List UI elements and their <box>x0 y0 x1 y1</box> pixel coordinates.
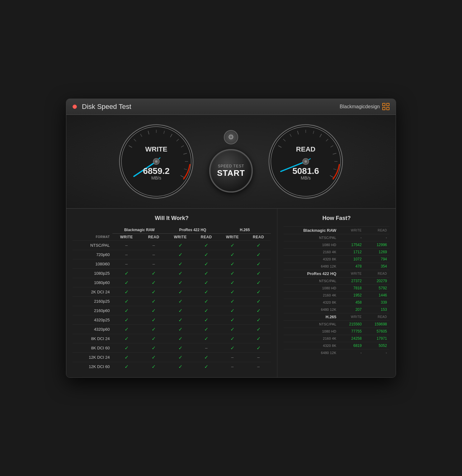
table-row: 2K DCI 24✓✓✓✓✓✓ <box>73 287 271 296</box>
gauges-section: WRITE 6859.2 MB/s ⚙ SPEED TEST START <box>66 115 396 209</box>
hf-write-value: 207 <box>339 306 364 313</box>
window-title: Disk Speed Test <box>82 103 340 111</box>
hf-data-row: 6480 12K207153 <box>284 306 389 313</box>
read-gauge-svg: READ 5081.6 MB/s <box>262 124 349 199</box>
hf-read-value: 20279 <box>364 277 389 284</box>
hf-section-name: H.265 <box>284 313 339 320</box>
row-label: 4320p25 <box>73 315 112 324</box>
row-label: 12K DCI 24 <box>73 352 112 362</box>
hf-row-label: 1080 HD <box>284 241 339 248</box>
hf-data-row: 1080 HD7775557605 <box>284 328 389 335</box>
will-it-work-title: Will It Work? <box>73 215 271 222</box>
cell: ✓ <box>141 324 167 334</box>
cell: ✓ <box>194 324 219 334</box>
brand-sq-3 <box>382 107 385 110</box>
close-button[interactable] <box>73 105 77 109</box>
hf-data-row: 6480 12K-- <box>284 349 389 356</box>
hf-col-read: READ <box>364 226 389 234</box>
hf-section-header: ProRes 422 HQWRITEREAD <box>284 270 389 277</box>
cell: ✓ <box>112 306 141 315</box>
cell: ✓ <box>246 250 271 259</box>
table-row: 1080i60––✓✓✓✓ <box>73 259 271 268</box>
hf-write-value: 1712 <box>339 248 364 255</box>
cell: ✓ <box>167 315 194 324</box>
row-label: NTSC/PAL <box>73 240 112 250</box>
table-row: 1080p25✓✓✓✓✓✓ <box>73 268 271 278</box>
start-label-main: START <box>217 168 245 178</box>
cell: ✓ <box>194 315 219 324</box>
will-it-work-table: Blackmagic RAW ProRes 422 HQ H.265 FORMA… <box>73 226 271 371</box>
prores-header: ProRes 422 HQ <box>167 226 219 234</box>
cell: ✓ <box>167 352 194 362</box>
center-controls: ⚙ SPEED TEST START <box>209 130 253 193</box>
brand-logo: Blackmagicdesign <box>340 103 389 110</box>
hf-row-label: 2160 4K <box>284 292 339 299</box>
cell: ✓ <box>167 334 194 343</box>
cell: ✓ <box>194 306 219 315</box>
row-label: 2160p60 <box>73 306 112 315</box>
brand-squares <box>382 103 389 110</box>
hf-write-value: 27372 <box>339 277 364 284</box>
start-label-top: SPEED TEST <box>218 164 244 168</box>
table-row: 720p60––✓✓✓✓ <box>73 250 271 259</box>
cell: ✓ <box>112 287 141 296</box>
cell: – <box>141 259 167 268</box>
hf-write-value: 478 <box>339 263 364 270</box>
start-button[interactable]: SPEED TEST START <box>209 149 253 193</box>
cell: ✓ <box>219 306 246 315</box>
cell: ✓ <box>167 343 194 352</box>
cell: – <box>246 352 271 362</box>
cell: ✓ <box>167 287 194 296</box>
cell: ✓ <box>167 259 194 268</box>
cell: ✓ <box>167 250 194 259</box>
hf-col-write: WRITE <box>339 270 364 277</box>
blackmagic-raw-header: Blackmagic RAW <box>112 226 167 234</box>
cell: ✓ <box>219 268 246 278</box>
cell: ✓ <box>194 362 219 371</box>
hf-row-label: 6480 12K <box>284 306 339 313</box>
hf-data-row: NTSC/PAL215560159698 <box>284 320 389 328</box>
hf-data-row: 6480 12K478354 <box>284 263 389 270</box>
table-row: 12K DCI 24✓✓✓✓–– <box>73 352 271 362</box>
hf-data-row: 1080 HD78185792 <box>284 284 389 292</box>
cell: ✓ <box>141 352 167 362</box>
svg-point-43 <box>304 160 307 163</box>
format-sub-header: FORMAT <box>73 233 112 240</box>
hf-data-row: 2160 4K17121269 <box>284 248 389 255</box>
hf-read-value: 5792 <box>364 284 389 292</box>
cell: ✓ <box>141 362 167 371</box>
table-row: NTSC/PAL––✓✓✓✓ <box>73 240 271 250</box>
prores-write-header: WRITE <box>167 233 194 240</box>
cell: ✓ <box>112 352 141 362</box>
hf-write-value: - <box>339 349 364 356</box>
table-row: 1080p60✓✓✓✓✓✓ <box>73 278 271 287</box>
how-fast-table: Blackmagic RAWWRITEREADNTSC/PAL--1080 HD… <box>284 226 389 356</box>
column-group-headers: Blackmagic RAW ProRes 422 HQ H.265 <box>73 226 271 234</box>
hf-section-header: H.265WRITEREAD <box>284 313 389 320</box>
brand-text: Blackmagicdesign <box>340 104 380 110</box>
gear-button[interactable]: ⚙ <box>224 130 238 144</box>
hf-data-row: 4320 8K1072794 <box>284 255 389 263</box>
hf-col-write: WRITE <box>339 226 364 234</box>
cell: ✓ <box>141 296 167 306</box>
cell: ✓ <box>167 268 194 278</box>
write-gauge: WRITE 6859.2 MB/s <box>113 124 200 199</box>
app-window: Disk Speed Test Blackmagicdesign <box>66 99 396 378</box>
row-label: 8K DCI 24 <box>73 334 112 343</box>
hf-data-row: 1080 HD1754212996 <box>284 241 389 248</box>
cell: ✓ <box>219 315 246 324</box>
cell: ✓ <box>194 296 219 306</box>
cell: – <box>112 259 141 268</box>
svg-text:MB/s: MB/s <box>301 175 311 180</box>
hf-read-value: 1446 <box>364 292 389 299</box>
hf-read-value: 12996 <box>364 241 389 248</box>
cell: ✓ <box>141 287 167 296</box>
cell: ✓ <box>141 306 167 315</box>
prores-read-header: READ <box>194 233 219 240</box>
hf-write-value: 7818 <box>339 284 364 292</box>
cell: – <box>141 250 167 259</box>
cell: ✓ <box>112 334 141 343</box>
hf-read-value: 153 <box>364 306 389 313</box>
hf-row-label: 4320 8K <box>284 342 339 349</box>
brand-sq-4 <box>386 107 389 110</box>
